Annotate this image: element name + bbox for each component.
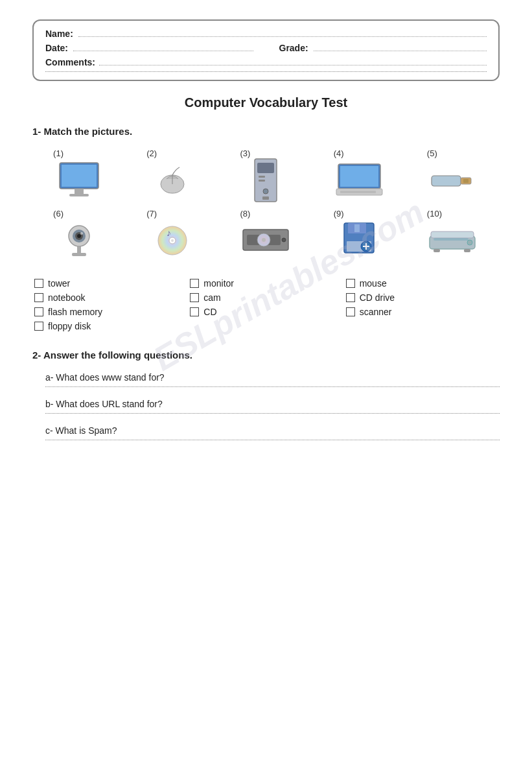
answer-col-1: tower notebook flash memory floppy disk bbox=[32, 278, 188, 331]
name-label: Name: bbox=[45, 29, 73, 39]
picture-item-4: (4) bbox=[334, 148, 386, 200]
svg-rect-46 bbox=[434, 249, 440, 252]
flash-memory-icon bbox=[427, 161, 479, 200]
question-b-label: b- What does URL stand for? bbox=[45, 399, 500, 409]
comments-label: Comments: bbox=[45, 57, 95, 67]
checkbox-floppy-disk[interactable] bbox=[34, 322, 43, 331]
picture-item-5: (5) bbox=[427, 148, 479, 200]
svg-rect-18 bbox=[463, 179, 468, 183]
pic-label-3: (3) bbox=[240, 148, 250, 158]
answer-word-mouse: mouse bbox=[360, 278, 387, 289]
pictures-row-2: (6) (7) bbox=[32, 209, 500, 260]
answer-item-floppy-disk: floppy disk bbox=[32, 321, 188, 331]
date-label: Date: bbox=[45, 43, 68, 53]
svg-point-45 bbox=[467, 240, 472, 245]
picture-item-10: (10) bbox=[427, 209, 479, 260]
answer-word-scanner: scanner bbox=[360, 307, 392, 317]
checkbox-tower[interactable] bbox=[34, 279, 43, 288]
answer-item-tower: tower bbox=[32, 278, 188, 289]
answer-col-3: mouse CD drive scanner bbox=[344, 278, 500, 331]
svg-point-25 bbox=[80, 232, 83, 235]
answer-item-mouse: mouse bbox=[344, 278, 500, 289]
answer-col-2: monitor cam CD bbox=[188, 278, 343, 331]
picture-item-1: (1) bbox=[53, 148, 105, 200]
pic-label-10: (10) bbox=[427, 209, 442, 219]
checkbox-scanner[interactable] bbox=[346, 307, 355, 316]
answer-item-cd-drive: CD drive bbox=[344, 292, 500, 303]
svg-point-10 bbox=[263, 189, 268, 194]
floppy-disk-icon bbox=[334, 221, 386, 260]
pic-label-6: (6) bbox=[53, 209, 64, 219]
question-c-text: What is Spam? bbox=[56, 425, 117, 436]
svg-rect-3 bbox=[69, 194, 89, 196]
pic-label-4: (4) bbox=[334, 148, 344, 158]
svg-rect-11 bbox=[262, 196, 269, 200]
svg-rect-8 bbox=[259, 176, 265, 178]
pic-label-7: (7) bbox=[146, 209, 157, 219]
tower-icon bbox=[240, 161, 292, 200]
answer-line-a bbox=[45, 386, 500, 387]
checkbox-mouse[interactable] bbox=[346, 279, 355, 288]
svg-point-33 bbox=[262, 238, 266, 242]
checkbox-notebook[interactable] bbox=[34, 293, 43, 302]
section2-heading: 2- Answer the following questions. bbox=[32, 349, 500, 361]
cd-drive-icon bbox=[240, 221, 292, 260]
answer-word-tower: tower bbox=[48, 278, 70, 289]
pic-label-9: (9) bbox=[334, 209, 344, 219]
answer-word-cam: cam bbox=[203, 292, 220, 303]
question-block-b: b- What does URL stand for? bbox=[45, 399, 500, 414]
question-a-text: What does www stand for? bbox=[56, 372, 164, 383]
picture-item-2: (2) bbox=[146, 148, 198, 200]
answer-section: tower notebook flash memory floppy disk … bbox=[32, 278, 500, 331]
question-c-prefix: c- bbox=[45, 425, 56, 436]
svg-rect-1 bbox=[62, 165, 97, 187]
svg-rect-2 bbox=[75, 189, 84, 194]
svg-point-28 bbox=[171, 239, 174, 242]
pic-label-8: (8) bbox=[240, 209, 250, 219]
answer-item-cam: cam bbox=[188, 292, 343, 303]
svg-rect-23 bbox=[77, 246, 81, 253]
pic-label-5: (5) bbox=[427, 148, 437, 158]
comments-line2 bbox=[45, 71, 487, 72]
svg-rect-43 bbox=[431, 231, 474, 238]
svg-rect-15 bbox=[340, 191, 376, 193]
checkbox-cam[interactable] bbox=[190, 293, 199, 302]
answer-item-flash-memory: flash memory bbox=[32, 307, 188, 317]
notebook-icon bbox=[334, 161, 386, 200]
picture-item-7: (7) ♪ bbox=[146, 209, 198, 260]
svg-point-22 bbox=[77, 234, 81, 238]
page-title: Computer Vocabulary Test bbox=[32, 95, 500, 110]
cam-icon bbox=[53, 221, 105, 260]
grade-label: Grade: bbox=[279, 43, 308, 53]
cd-icon: ♪ bbox=[146, 221, 198, 260]
question-b-prefix: b- bbox=[45, 399, 56, 409]
scanner-icon bbox=[427, 221, 479, 260]
header-box: Name: Date: Grade: Comments: bbox=[32, 19, 500, 81]
svg-text:♪: ♪ bbox=[167, 228, 171, 238]
pictures-row-1: (1) (2) bbox=[32, 148, 500, 200]
pic-label-2: (2) bbox=[146, 148, 157, 158]
answer-word-cd-drive: CD drive bbox=[360, 292, 395, 303]
answer-item-notebook: notebook bbox=[32, 292, 188, 303]
answer-word-floppy-disk: floppy disk bbox=[48, 321, 91, 331]
mouse-icon bbox=[146, 161, 198, 200]
svg-rect-9 bbox=[259, 180, 265, 182]
question-a-label: a- What does www stand for? bbox=[45, 372, 500, 383]
svg-rect-7 bbox=[257, 163, 274, 173]
picture-item-8: (8) bbox=[240, 209, 292, 260]
checkbox-cd[interactable] bbox=[190, 307, 199, 316]
svg-rect-13 bbox=[340, 166, 378, 187]
picture-item-6: (6) bbox=[53, 209, 105, 260]
checkbox-monitor[interactable] bbox=[190, 279, 199, 288]
svg-rect-16 bbox=[432, 176, 461, 186]
monitor-icon bbox=[53, 161, 105, 200]
answer-item-scanner: scanner bbox=[344, 307, 500, 317]
question-block-c: c- What is Spam? bbox=[45, 425, 500, 440]
answer-word-cd: CD bbox=[203, 307, 216, 317]
checkbox-cd-drive[interactable] bbox=[346, 293, 355, 302]
svg-rect-24 bbox=[72, 253, 86, 256]
svg-rect-37 bbox=[354, 224, 360, 232]
question-block-a: a- What does www stand for? bbox=[45, 372, 500, 387]
checkbox-flash-memory[interactable] bbox=[34, 307, 43, 316]
picture-item-9: (9) bbox=[334, 209, 386, 260]
